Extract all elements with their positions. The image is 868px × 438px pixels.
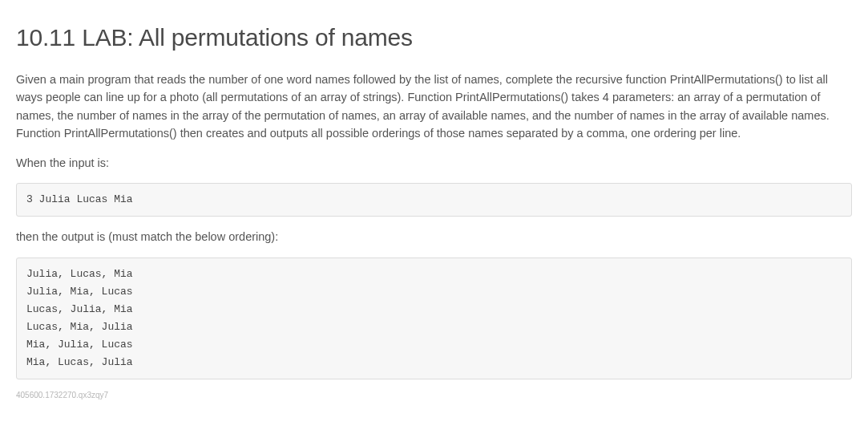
- output-label: then the output is (must match the below…: [16, 228, 852, 245]
- input-label: When the input is:: [16, 154, 852, 172]
- lab-description: Given a main program that reads the numb…: [16, 71, 852, 143]
- lab-content: 10.11 LAB: All permutations of names Giv…: [16, 24, 852, 399]
- footer-id: 405600.1732270.qx3zqy7: [16, 391, 852, 399]
- input-example-block: 3 Julia Lucas Mia: [16, 183, 852, 217]
- output-example-block: Julia, Lucas, Mia Julia, Mia, Lucas Luca…: [16, 258, 852, 380]
- page-title: 10.11 LAB: All permutations of names: [16, 24, 852, 51]
